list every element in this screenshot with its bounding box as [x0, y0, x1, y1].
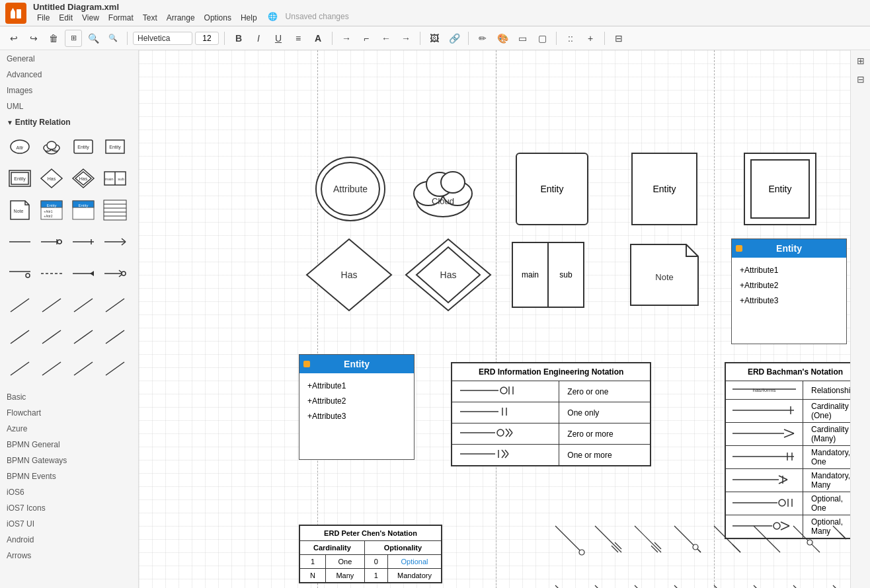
menu-format[interactable]: Format	[104, 12, 138, 24]
note-shape[interactable]: Note	[628, 242, 701, 308]
entity-blue-right[interactable]: Entity +Attribute1 +Attribute2 +Attribut…	[731, 239, 847, 344]
bold-button[interactable]: B	[230, 30, 247, 47]
italic-button[interactable]: I	[250, 30, 267, 47]
sidebar-entity2-shape[interactable]: Entity	[100, 132, 130, 161]
sidebar-section-arrows[interactable]: Arrows	[0, 547, 138, 563]
sidebar-entity-list-shape[interactable]: Entity	[69, 196, 98, 225]
sidebar-section-general[interactable]: General	[0, 50, 138, 66]
sidebar-diag10[interactable]	[37, 354, 66, 383]
font-selector[interactable]	[133, 32, 192, 45]
align-button[interactable]: ≡	[290, 30, 307, 47]
sidebar-entity-blue-shape[interactable]: Entity+Attr1+Attr2	[37, 196, 66, 225]
minimize-icon[interactable]	[736, 245, 742, 252]
zoom-in-button[interactable]: 🔍	[85, 30, 102, 47]
sidebar-section-bpmn-ev[interactable]: BPMN Events	[0, 468, 138, 484]
sidebar-section-advanced[interactable]: Advanced	[0, 66, 138, 82]
sidebar-line5[interactable]	[5, 259, 34, 288]
rounded-button[interactable]: ▢	[534, 30, 551, 47]
sidebar-section-ios7icons[interactable]: iOS7 Icons	[0, 499, 138, 515]
font-size[interactable]	[195, 32, 219, 45]
sidebar-diamond2-shape[interactable]: Has	[69, 164, 98, 193]
sidebar-section-android[interactable]: Android	[0, 531, 138, 547]
diamond-double-shape[interactable]: Has	[402, 235, 494, 314]
sidebar-diag9[interactable]	[5, 354, 34, 383]
diamond-simple-shape[interactable]: Has	[303, 235, 395, 314]
font-color-button[interactable]: A	[309, 30, 327, 47]
sidebar-line8[interactable]	[100, 259, 130, 288]
sidebar-attribute-shape[interactable]: Attr	[5, 132, 34, 161]
menu-help[interactable]: Help	[237, 12, 261, 24]
sidebar-line4[interactable]	[100, 227, 130, 256]
rect-button[interactable]: ▭	[514, 30, 531, 47]
grid-button[interactable]: ::	[562, 30, 579, 47]
entity-blue-left[interactable]: Entity +Attribute1 +Attribute2 +Attribut…	[299, 354, 415, 460]
sidebar-line2[interactable]	[37, 227, 66, 256]
rp-grid-button[interactable]: ⊞	[853, 53, 869, 69]
entity-double-shape[interactable]: Entity	[744, 153, 816, 225]
sidebar-line1[interactable]	[5, 227, 34, 256]
menu-arrange[interactable]: Arrange	[163, 12, 199, 24]
sidebar-diag8[interactable]	[100, 322, 130, 351]
arrow-left-button[interactable]: ←	[377, 30, 395, 47]
sidebar-line3[interactable]	[69, 227, 98, 256]
entity-rounded-shape[interactable]: Entity	[516, 153, 588, 225]
sidebar-line6[interactable]	[37, 259, 66, 288]
sidebar-section-azure[interactable]: Azure	[0, 420, 138, 436]
sidebar-diag12[interactable]	[100, 354, 130, 383]
sidebar-split-shape[interactable]: mainsub	[100, 164, 130, 193]
canvas-container[interactable]: Attribute Cloud Entity Ent	[139, 50, 850, 588]
sidebar-section-bpmn-gw[interactable]: BPMN Gateways	[0, 452, 138, 468]
sidebar-diamond1-shape[interactable]: Has	[37, 164, 66, 193]
image-button[interactable]: 🖼	[426, 30, 443, 47]
sidebar-note-shape[interactable]: Note	[5, 196, 34, 225]
redo-button[interactable]: ↪	[25, 30, 42, 47]
undo-button[interactable]: ↩	[5, 30, 22, 47]
menu-options[interactable]: Options	[200, 12, 235, 24]
minimize-icon-left[interactable]	[303, 361, 310, 367]
sidebar-diag1[interactable]	[5, 291, 34, 320]
rp-panel-button[interactable]: ⊟	[853, 71, 869, 87]
arrow-right2-button[interactable]: →	[397, 30, 415, 47]
sidebar-section-basic[interactable]: Basic	[0, 388, 138, 404]
delete-button[interactable]: 🗑	[45, 30, 62, 47]
menu-file[interactable]: File	[33, 12, 54, 24]
sidebar-section-ios6[interactable]: iOS6	[0, 484, 138, 499]
svg-text:+Attr1: +Attr1	[44, 209, 53, 213]
sidebar-diag2[interactable]	[37, 291, 66, 320]
sidebar-entity3-shape[interactable]: Entity	[5, 164, 34, 193]
sidebar-diag5[interactable]	[5, 322, 34, 351]
fit-page-button[interactable]: ⊞	[65, 30, 82, 47]
sidebar-section-entity[interactable]: ▼ Entity Relation	[0, 114, 138, 129]
fill-color-button[interactable]: 🎨	[494, 30, 511, 47]
sidebar-section-uml[interactable]: UML	[0, 98, 138, 114]
add-button[interactable]: +	[582, 30, 599, 47]
sidebar-section-bpmn-gen[interactable]: BPMN General	[0, 436, 138, 452]
sidebar-er-grid: Attr Cloud Entity Entity Entity Has Has	[0, 129, 138, 388]
sidebar-diag7[interactable]	[69, 322, 98, 351]
menu-edit[interactable]: Edit	[55, 12, 77, 24]
split-entity-shape[interactable]: main sub	[512, 242, 584, 308]
sidebar-section-ios7ui[interactable]: iOS7 UI	[0, 515, 138, 531]
panel-button[interactable]: ⊟	[610, 30, 627, 47]
underline-button[interactable]: U	[270, 30, 287, 47]
entity-plain-shape[interactable]: Entity	[631, 153, 697, 225]
zoom-out-button[interactable]: 🔍	[104, 30, 122, 47]
sidebar-diag4[interactable]	[100, 291, 130, 320]
sidebar-diag3[interactable]	[69, 291, 98, 320]
cloud-shape[interactable]: Cloud	[403, 153, 483, 225]
sidebar-line7[interactable]	[69, 259, 98, 288]
line-color-button[interactable]: ✏	[474, 30, 491, 47]
menu-view[interactable]: View	[78, 12, 103, 24]
arrow-bend-button[interactable]: ⌐	[358, 30, 375, 47]
link-button[interactable]: 🔗	[446, 30, 463, 47]
sidebar-table-shape[interactable]	[100, 196, 130, 225]
menu-text[interactable]: Text	[139, 12, 161, 24]
sidebar-cloud-shape[interactable]: Cloud	[37, 132, 66, 161]
sidebar-section-images[interactable]: Images	[0, 82, 138, 98]
arrow-right-button[interactable]: →	[338, 30, 355, 47]
sidebar-diag11[interactable]	[69, 354, 98, 383]
sidebar-diag6[interactable]	[37, 322, 66, 351]
attribute-shape[interactable]: Attribute	[311, 153, 390, 225]
sidebar-section-flowchart[interactable]: Flowchart	[0, 404, 138, 420]
sidebar-entity-shape[interactable]: Entity	[69, 132, 98, 161]
